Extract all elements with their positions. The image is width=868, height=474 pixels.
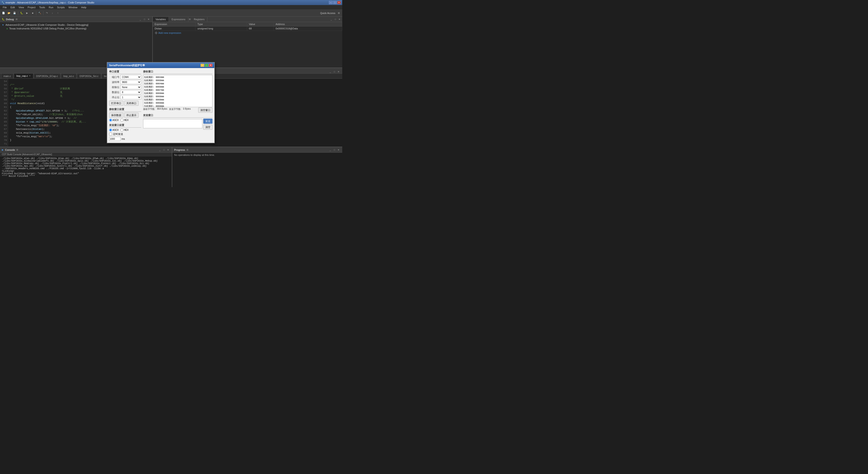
debug-device-icon: ● — [6, 27, 8, 30]
save-data-btn[interactable]: 保存数据 — [109, 113, 123, 118]
console-line: ../DSP2833x_Headers_nonBIOS.cmd ../F2833… — [2, 167, 170, 170]
send-byte-label: 发送字节数: — [169, 108, 181, 113]
editor-close[interactable]: ✕ — [337, 70, 340, 73]
menu-view[interactable]: View — [17, 5, 26, 9]
run-btn[interactable]: ▶ — [25, 10, 30, 16]
menu-run[interactable]: Run — [47, 5, 55, 9]
step-over-btn[interactable]: ↷ — [44, 10, 50, 16]
debug-btn[interactable]: 🐛 — [19, 10, 24, 16]
open-port-btn[interactable]: 打开串口 — [109, 101, 123, 106]
add-expression[interactable]: ➕ Add new expression — [153, 31, 342, 35]
tab-dsp-sci[interactable]: DSP2833x_Sci.c — [77, 73, 101, 79]
line-number: 70 — [1, 138, 7, 142]
vars-maximize[interactable]: □ — [334, 18, 337, 21]
debug-project-item[interactable]: ▼ Advanced-ECAP_Ultrasonic [Code Compose… — [2, 23, 150, 27]
recv-line: 当前测距: 0068mm — [144, 92, 212, 95]
debug-panel-controls: _ □ ✕ — [138, 18, 150, 21]
progress-maximize[interactable]: □ — [333, 148, 336, 151]
line-number: 58 — [1, 94, 7, 98]
col-expression: Expression — [153, 22, 195, 26]
build-btn[interactable]: 🔨 — [37, 10, 42, 16]
tab-bsp-sci[interactable]: bsp_sci.c — [61, 73, 76, 79]
port-select[interactable]: COM4 — [120, 75, 141, 79]
debug-minimize[interactable]: _ — [138, 18, 142, 21]
editor-minimize[interactable]: _ — [329, 70, 332, 73]
close-port-btn[interactable]: 关闭串口 — [124, 101, 138, 106]
menu-window[interactable]: Window — [67, 5, 79, 9]
dialog-left-panel: 串口设置 端口号 COM4 波特率 9600 校验位 None — [109, 70, 141, 141]
console-title: Console — [5, 148, 15, 151]
console-text: ./libs/DSP2833x_eCan.obj ./libs/DSP2833x… — [0, 156, 172, 187]
send-hex-radio[interactable] — [120, 128, 123, 131]
send-hex-label[interactable]: HEX — [120, 128, 129, 131]
stopbits-select[interactable]: 1 — [120, 95, 141, 99]
recv-ascii-label[interactable]: ASCII — [109, 119, 119, 122]
tab-dsp-ecap[interactable]: DSP2833x_ECap.c — [34, 73, 61, 79]
serial-dialog[interactable]: SerialPortAssistant的监护引率 ─ □ ✕ 串口设置 端口号 … — [107, 62, 215, 143]
tab-main-c-label: main.c — [3, 75, 11, 78]
console-minimize[interactable]: _ — [158, 148, 162, 151]
menu-project[interactable]: Project — [26, 5, 37, 9]
send-ascii-label[interactable]: ASCII — [109, 128, 119, 131]
restore-button[interactable]: □ — [333, 1, 337, 4]
menu-edit[interactable]: Edit — [9, 5, 17, 9]
tab-bsp-cap-c[interactable]: bsp_cap.c ✕ — [14, 73, 33, 79]
progress-controls: _ □ ✕ — [329, 148, 340, 151]
step-into-btn[interactable]: ↓ — [50, 10, 55, 16]
tab-bsp-cap-c-close[interactable]: ✕ — [29, 75, 31, 77]
baud-select[interactable]: 9600 — [120, 80, 141, 84]
recv-hex-label[interactable]: HEX — [120, 119, 129, 122]
line-number: 71 — [1, 142, 7, 146]
save-btn[interactable]: 💾 — [12, 10, 17, 16]
vars-close[interactable]: ✕ — [338, 18, 341, 21]
dialog-right-panel: 接收窗口 当前测距: 0064mm当前测距: 0068mm当前测距: 0064m… — [143, 70, 213, 141]
table-row[interactable]: Distan unsigned long 68 0x0000C018@Data — [153, 26, 342, 31]
progress-close[interactable]: ✕ — [337, 148, 340, 151]
console-close[interactable]: ✕ — [166, 148, 170, 151]
clear-window-btn[interactable]: 清空窗口 — [198, 108, 213, 113]
send-input[interactable] — [143, 119, 203, 128]
recv-ascii-radio[interactable] — [109, 119, 112, 122]
vars-minimize[interactable]: _ — [330, 18, 333, 21]
send-btn[interactable]: 发送 — [203, 119, 213, 124]
step-return-btn[interactable]: ↑ — [55, 10, 60, 16]
debug-close[interactable]: ✕ — [147, 18, 150, 21]
send-ascii-radio[interactable] — [109, 128, 112, 131]
stopbits-label: 停止位 — [109, 96, 119, 99]
stop-display-btn[interactable]: 停止显示 — [124, 113, 138, 118]
tab-variables[interactable]: Variables — [153, 17, 169, 22]
menu-file[interactable]: File — [1, 5, 9, 9]
tab-registers[interactable]: Registers — [191, 17, 208, 22]
clear-send-btn[interactable]: 清空 — [203, 125, 213, 130]
parity-select[interactable]: None — [120, 85, 141, 89]
debug-panel-title: Debug — [6, 18, 14, 21]
new-btn[interactable]: 📄 — [1, 10, 6, 16]
databits-row: 数据位 8 — [109, 90, 141, 94]
close-button[interactable]: ✕ — [337, 1, 341, 4]
dialog-restore[interactable]: □ — [205, 64, 208, 67]
dialog-minimize[interactable]: ─ — [200, 64, 204, 67]
debug-maximize[interactable]: □ — [143, 18, 146, 21]
databits-select[interactable]: 8 — [120, 90, 141, 94]
port-btn-row: 打开串口 关闭串口 — [109, 101, 141, 106]
recv-hex-radio[interactable] — [120, 119, 123, 122]
quick-access-btn[interactable]: ⊞ — [336, 10, 341, 16]
debug-device-item[interactable]: ● Texas Instruments XDS100v2 USB Debug P… — [2, 27, 150, 30]
menu-scripts[interactable]: Scripts — [55, 5, 67, 9]
tab-expressions[interactable]: Expressions — [169, 17, 188, 22]
open-btn[interactable]: 📂 — [6, 10, 11, 16]
timer-checkbox[interactable] — [109, 132, 112, 136]
stop-btn[interactable]: ■ — [30, 10, 35, 16]
recv-line: 当前测距: 0068mm — [144, 101, 212, 105]
editor-maximize[interactable]: □ — [333, 70, 336, 73]
variables-tabs: Variables Expressions ⊠ Registers _ □ ✕ — [153, 17, 342, 22]
recv-box[interactable]: 当前测距: 0064mm当前测距: 0068mm当前测距: 0064mm当前测距… — [143, 75, 213, 107]
progress-minimize[interactable]: _ — [329, 148, 332, 151]
tab-main-c[interactable]: main.c — [1, 73, 13, 79]
menu-help[interactable]: Help — [79, 5, 88, 9]
timer-input[interactable] — [109, 137, 121, 141]
dialog-close[interactable]: ✕ — [209, 64, 213, 67]
console-maximize[interactable]: □ — [162, 148, 166, 151]
minimize-button[interactable]: ─ — [329, 1, 333, 4]
menu-tools[interactable]: Tools — [37, 5, 47, 9]
